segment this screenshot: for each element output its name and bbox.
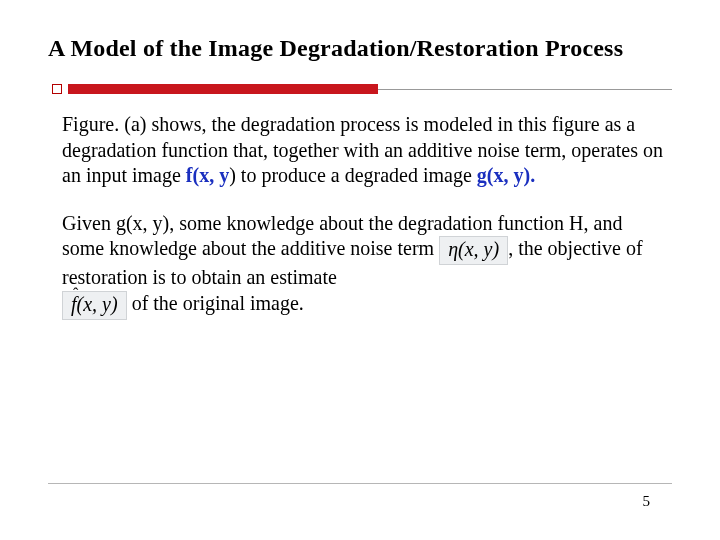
eta-formula: η(x, y) <box>439 236 508 265</box>
thin-line <box>378 89 672 90</box>
fxy-term: f(x, y <box>186 164 229 186</box>
slide-title: A Model of the Image Degradation/Restora… <box>48 35 672 62</box>
para1-text-b: ) to produce a degraded image <box>229 164 477 186</box>
title-underline <box>52 84 672 94</box>
fhat-symbol: f(x, y) <box>71 292 118 317</box>
para2-text-c: of the original image. <box>127 292 304 314</box>
paragraph-1: Figure. (a) shows, the degradation proce… <box>62 112 666 189</box>
page-number: 5 <box>643 493 651 510</box>
paragraph-2: Given g(x, y), some knowledge about the … <box>62 211 666 320</box>
footer-divider <box>48 483 672 484</box>
bullet-square <box>52 84 62 94</box>
red-bar <box>68 84 378 94</box>
gxy-term: g(x, y). <box>477 164 535 186</box>
fhat-formula: f(x, y) <box>62 291 127 320</box>
